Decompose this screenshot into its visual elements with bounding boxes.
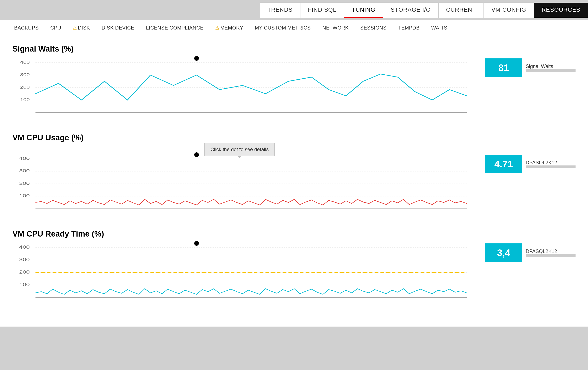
nav-license[interactable]: LICENSE COMPLIANCE (140, 20, 209, 36)
vm-cpu-ready-wrapper: 400 300 200 100 3,4 DPASQL2K12 (12, 243, 576, 306)
signal-waits-dot[interactable] (194, 56, 199, 61)
nav-disk-device[interactable]: DISK DEVICE (96, 20, 140, 36)
vm-cpu-ready-metric-row: 3,4 DPASQL2K12 (485, 243, 576, 262)
nav-disk[interactable]: ⚠DISK (67, 20, 96, 36)
vm-cpu-usage-dot[interactable] (194, 152, 199, 157)
second-navigation: BACKUPS CPU ⚠DISK DISK DEVICE LICENSE CO… (0, 20, 588, 36)
vm-cpu-ready-svg: 400 300 200 100 (12, 243, 472, 306)
svg-text:200: 200 (20, 85, 30, 89)
warn-icon-disk: ⚠ (73, 25, 77, 31)
signal-waits-title: Signal Walts (%) (12, 44, 576, 53)
tooltip-click-dot: Click the dot to see details (204, 143, 275, 156)
vm-cpu-ready-dot[interactable] (194, 241, 199, 246)
nav-tab-vmconfig[interactable]: VM CONFIG (484, 2, 534, 18)
svg-text:300: 300 (20, 72, 30, 77)
vm-cpu-ready-bar (526, 254, 576, 257)
svg-text:200: 200 (19, 181, 30, 186)
top-navigation: TRENDS FIND SQL TUNING STORAGE I/O CURRE… (0, 0, 588, 18)
signal-waits-bar (526, 69, 576, 72)
nav-cpu[interactable]: CPU (44, 20, 67, 36)
nav-tab-trends[interactable]: TRENDS (260, 2, 300, 18)
svg-text:200: 200 (19, 269, 30, 275)
signal-waits-chart: 400 300 200 100 (12, 58, 472, 121)
vm-cpu-usage-value: 4.71 (485, 155, 522, 173)
svg-text:100: 100 (19, 282, 30, 287)
vm-cpu-ready-title: VM CPU Ready Time (%) (12, 230, 576, 238)
vm-cpu-ready-section: VM CPU Ready Time (%) 400 300 200 100 (12, 230, 576, 306)
nav-custom-metrics[interactable]: MY CUSTOM METRICS (249, 20, 317, 36)
vm-cpu-usage-metric-row: 4.71 DPASQL2K12 (485, 155, 576, 173)
nav-sessions[interactable]: SESSIONS (355, 20, 392, 36)
svg-text:400: 400 (19, 156, 30, 161)
signal-waits-metric-row: 81 Signal Walts (485, 58, 576, 77)
vm-cpu-usage-section: VM CPU Usage (%) Click the dot to see de… (12, 133, 576, 217)
nav-tab-storageio[interactable]: STORAGE I/O (383, 2, 439, 18)
svg-text:100: 100 (19, 193, 30, 198)
main-content: Signal Walts (%) 400 300 200 (0, 36, 588, 327)
svg-text:100: 100 (20, 97, 30, 102)
vm-cpu-usage-wrapper: 400 300 200 100 4.71 DPASQL2K12 (12, 155, 576, 217)
nav-tempdb[interactable]: TEMPDB (392, 20, 425, 36)
vm-cpu-usage-label: DPASQL2K12 (526, 160, 576, 165)
vm-cpu-usage-title: VM CPU Usage (%) (12, 133, 576, 142)
signal-waits-wrapper: 400 300 200 100 81 Signal Walts (12, 58, 576, 121)
vm-cpu-ready-metric: 3,4 DPASQL2K12 (485, 243, 576, 262)
vm-cpu-usage-chart: 400 300 200 100 (12, 155, 472, 217)
warn-icon-memory: ⚠ (215, 25, 220, 31)
signal-waits-label: Signal Walts (526, 63, 576, 69)
vm-cpu-usage-metric: 4.71 DPASQL2K12 (485, 155, 576, 173)
vm-cpu-ready-chart: 400 300 200 100 (12, 243, 472, 306)
vm-cpu-usage-svg: 400 300 200 100 (12, 155, 472, 217)
nav-memory[interactable]: ⚠MEMORY (210, 20, 249, 36)
vm-cpu-ready-value: 3,4 (485, 243, 522, 262)
vm-cpu-ready-label: DPASQL2K12 (526, 248, 576, 254)
vm-cpu-usage-bar (526, 165, 576, 168)
signal-waits-metric: 81 Signal Walts (485, 58, 576, 77)
signal-waits-value: 81 (485, 58, 522, 77)
signal-waits-svg: 400 300 200 100 (12, 58, 472, 121)
nav-waits[interactable]: WAITS (425, 20, 453, 36)
nav-tab-resources[interactable]: RESOURCES (534, 2, 588, 18)
nav-tab-tuning[interactable]: TUNING (344, 2, 383, 18)
signal-waits-section: Signal Walts (%) 400 300 200 (12, 44, 576, 121)
svg-text:400: 400 (20, 60, 30, 64)
nav-tab-findsql[interactable]: FIND SQL (300, 2, 344, 18)
svg-text:300: 300 (19, 257, 30, 262)
nav-network[interactable]: NETWORK (317, 20, 355, 36)
svg-text:300: 300 (19, 168, 30, 173)
nav-tab-current[interactable]: CURRENT (438, 2, 484, 18)
nav-backups[interactable]: BACKUPS (8, 20, 44, 36)
svg-text:400: 400 (19, 244, 30, 250)
